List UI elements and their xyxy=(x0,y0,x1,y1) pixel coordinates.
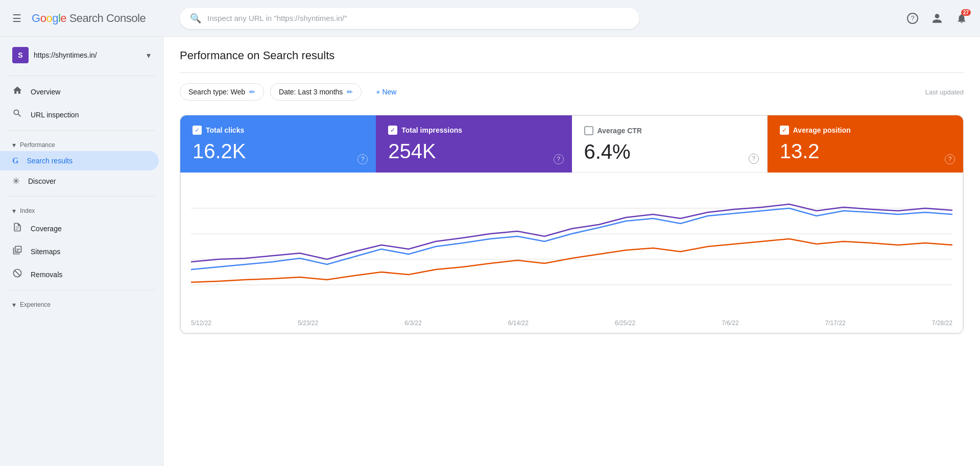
sidebar-url-inspection-label: URL inspection xyxy=(31,111,79,119)
clicks-value: 16.2K xyxy=(193,141,364,161)
last-updated-text: Last updated xyxy=(925,88,964,96)
clicks-help-icon[interactable]: ? xyxy=(357,154,368,164)
header-left: ☰ Google Search Console xyxy=(8,8,172,29)
help-button[interactable]: ? xyxy=(902,8,923,29)
x-label-7: 7/28/22 xyxy=(932,320,952,327)
main-content: Performance on Search results Search typ… xyxy=(163,37,980,466)
metric-cards: ✓ Total clicks 16.2K ? ✓ Total impressio… xyxy=(180,115,963,173)
search-type-filter[interactable]: Search type: Web ✏ xyxy=(180,83,264,101)
logo-letter-o1: o xyxy=(40,12,46,24)
chart-x-axis: 5/12/22 5/23/22 6/3/22 6/14/22 6/25/22 7… xyxy=(181,315,963,333)
account-icon xyxy=(931,13,943,24)
notification-count: 27 xyxy=(961,9,971,16)
search-placeholder: Inspect any URL in "https://shyntimes.in… xyxy=(207,14,629,22)
nav-divider-top xyxy=(8,76,155,76)
sidebar-item-url-inspection[interactable]: URL inspection xyxy=(0,103,159,126)
impressions-checkbox[interactable]: ✓ xyxy=(388,126,397,135)
property-url: https://shyntimes.in/ xyxy=(34,51,141,59)
clicks-label: Total clicks xyxy=(206,126,244,134)
nav-divider-2 xyxy=(8,196,155,197)
sidebar-search-results-label: Search results xyxy=(27,157,72,165)
edit-search-type-icon: ✏ xyxy=(249,88,255,96)
clicks-checkbox[interactable]: ✓ xyxy=(193,126,202,135)
section-experience-header[interactable]: ▾ Experience xyxy=(0,295,163,311)
url-search-bar[interactable]: 🔍 Inspect any URL in "https://shyntimes.… xyxy=(180,8,639,29)
ctr-label: Average CTR xyxy=(597,127,642,135)
section-index-header[interactable]: ▾ Index xyxy=(0,201,163,217)
sidebar-item-sitemaps[interactable]: Sitemaps xyxy=(0,240,159,263)
metric-clicks-header: ✓ Total clicks xyxy=(193,126,364,135)
performance-chart xyxy=(191,183,952,295)
sidebar-item-search-results[interactable]: G Search results xyxy=(0,151,159,170)
logo-letter-o2: o xyxy=(46,12,52,24)
logo-letter-g1: G xyxy=(32,12,40,24)
nav-divider-1 xyxy=(8,130,155,131)
sidebar-item-coverage[interactable]: Coverage xyxy=(0,217,159,240)
x-label-3: 6/14/22 xyxy=(508,320,529,327)
metric-card-total-impressions[interactable]: ✓ Total impressions 254K ? xyxy=(376,115,571,173)
help-icon: ? xyxy=(907,13,918,24)
date-label: Date: Last 3 months xyxy=(279,88,343,96)
x-label-0: 5/12/22 xyxy=(191,320,211,327)
x-label-4: 6/25/22 xyxy=(615,320,635,327)
sidebar-sitemaps-label: Sitemaps xyxy=(31,248,60,256)
ctr-checkbox[interactable] xyxy=(584,126,593,135)
date-filter[interactable]: Date: Last 3 months ✏ xyxy=(270,83,362,101)
logo-letter-e: e xyxy=(60,12,66,24)
impressions-value: 254K xyxy=(388,141,559,161)
metric-card-average-ctr[interactable]: Average CTR 6.4% ? xyxy=(572,115,768,173)
section-performance-label: Performance xyxy=(20,141,55,149)
search-icon xyxy=(12,108,22,121)
notifications-button[interactable]: 27 xyxy=(951,8,972,29)
home-icon xyxy=(12,85,22,98)
sidebar-item-discover[interactable]: ✳ Discover xyxy=(0,170,159,192)
impressions-help-icon[interactable]: ? xyxy=(554,154,564,164)
sidebar-overview-label: Overview xyxy=(31,88,60,96)
chevron-down-icon-index: ▾ xyxy=(12,207,16,215)
metric-card-average-position[interactable]: ✓ Average position 13.2 ? xyxy=(768,115,963,173)
section-performance-header[interactable]: ▾ Performance xyxy=(0,135,163,151)
header-right: ? 27 xyxy=(902,8,972,29)
logo-letter-g2: g xyxy=(52,12,58,24)
position-checkbox[interactable]: ✓ xyxy=(780,126,789,135)
position-label: Average position xyxy=(793,126,851,134)
page-title: Performance on Search results xyxy=(180,49,964,62)
new-filter-button[interactable]: + New xyxy=(368,84,404,100)
account-button[interactable] xyxy=(927,8,947,29)
x-label-1: 5/23/22 xyxy=(298,320,318,327)
chart-area xyxy=(181,183,963,315)
search-icon: 🔍 xyxy=(190,13,201,24)
logo-text: Search Console xyxy=(66,12,146,24)
hamburger-menu[interactable]: ☰ xyxy=(8,8,26,29)
metric-position-header: ✓ Average position xyxy=(780,126,951,135)
x-label-6: 7/17/22 xyxy=(825,320,846,327)
sidebar-item-overview[interactable]: Overview xyxy=(0,80,159,103)
section-index-label: Index xyxy=(20,207,35,214)
sidebar-coverage-label: Coverage xyxy=(31,225,62,233)
main-layout: S https://shyntimes.in/ ▾ Overview URL i… xyxy=(0,37,980,466)
sidebar-item-removals[interactable]: Removals xyxy=(0,263,159,286)
metric-impressions-header: ✓ Total impressions xyxy=(388,126,559,135)
x-label-5: 7/6/22 xyxy=(722,320,738,327)
sitemaps-icon xyxy=(12,245,22,258)
coverage-icon xyxy=(12,222,22,235)
metric-ctr-header: Average CTR xyxy=(584,126,755,135)
property-icon: S xyxy=(12,47,29,63)
metric-card-total-clicks[interactable]: ✓ Total clicks 16.2K ? xyxy=(180,115,376,173)
impressions-label: Total impressions xyxy=(401,126,462,134)
search-type-label: Search type: Web xyxy=(188,88,245,96)
removals-icon xyxy=(12,268,22,281)
filters-bar: Search type: Web ✏ Date: Last 3 months ✏… xyxy=(180,83,964,101)
ctr-value: 6.4% xyxy=(584,141,755,162)
ctr-help-icon[interactable]: ? xyxy=(749,154,759,164)
new-filter-label: + New xyxy=(376,88,396,96)
nav-divider-3 xyxy=(8,290,155,290)
sidebar-discover-label: Discover xyxy=(28,177,56,185)
edit-date-icon: ✏ xyxy=(347,88,353,96)
position-help-icon[interactable]: ? xyxy=(945,154,955,164)
app-header: ☰ Google Search Console 🔍 Inspect any UR… xyxy=(0,0,980,37)
chart-container: 5/12/22 5/23/22 6/3/22 6/14/22 6/25/22 7… xyxy=(180,173,963,333)
property-selector[interactable]: S https://shyntimes.in/ ▾ xyxy=(4,43,159,71)
section-experience-label: Experience xyxy=(20,301,51,308)
property-dropdown-icon: ▾ xyxy=(147,51,151,60)
